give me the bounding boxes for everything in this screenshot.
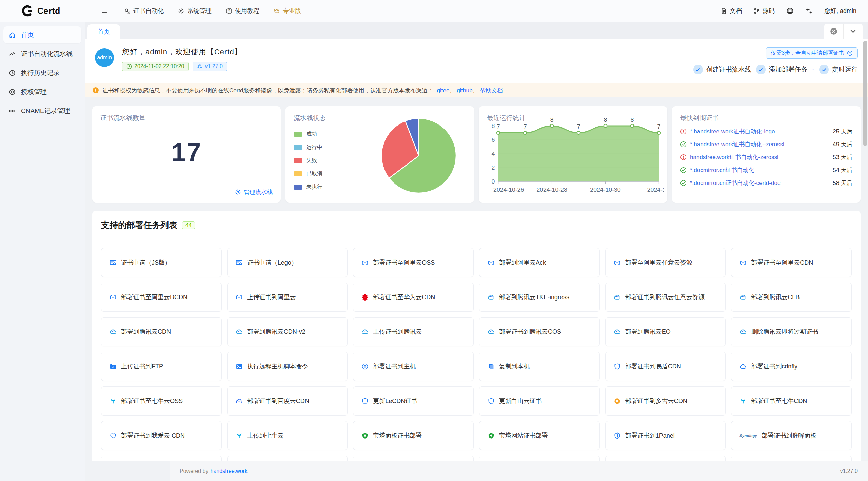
- alert-link-github[interactable]: github: [457, 87, 472, 94]
- task-card-partial[interactable]: [605, 456, 726, 461]
- legend-item-未执行[interactable]: 未执行: [294, 184, 322, 191]
- tencent-icon: [739, 294, 747, 301]
- task-card-30[interactable]: 部署证书至七牛CDN: [731, 386, 852, 416]
- sidebar-item-3[interactable]: 执行历史记录: [3, 64, 81, 81]
- legend-item-失败[interactable]: 失败: [294, 157, 322, 164]
- task-card-20[interactable]: 执行远程主机脚本命令: [227, 352, 348, 381]
- task-card-5[interactable]: 部署至阿里云任意云资源: [605, 248, 726, 277]
- task-card-28[interactable]: 更新白山云证书: [479, 386, 600, 416]
- task-card-25[interactable]: 部署证书至七牛云OSS: [101, 386, 222, 416]
- app-logo[interactable]: Certd: [0, 5, 85, 17]
- qiniu-icon: [110, 398, 117, 405]
- legend-swatch: [294, 132, 302, 137]
- step-2[interactable]: 添加部署任务: [756, 65, 808, 74]
- tab-home[interactable]: 首页: [87, 24, 120, 39]
- task-card-32[interactable]: 上传到七牛云: [227, 421, 348, 450]
- task-card-35[interactable]: 部署证书到1Panel: [605, 421, 726, 450]
- recent-runs-area-chart[interactable]: 0246877878872024-10-262024-10-282024-10-…: [484, 116, 664, 197]
- top-navbar: Certd 证书自动化系统管理?使用教程专业版 文档源码 您好, admin: [0, 0, 868, 22]
- rocket-icon: [197, 64, 202, 69]
- task-card-2[interactable]: 证书申请（Lego）: [227, 248, 348, 277]
- step-1[interactable]: 创建证书流水线: [693, 65, 751, 74]
- alert-link-gitee[interactable]: gitee: [437, 87, 450, 94]
- task-card-13[interactable]: 部署到腾讯云CDN: [101, 317, 222, 346]
- globe-icon[interactable]: [786, 7, 794, 15]
- task-card-4[interactable]: 部署到阿里云Ack: [479, 248, 600, 277]
- task-card-23[interactable]: 部署证书到易盾CDN: [605, 352, 726, 381]
- task-card-3[interactable]: 部署证书至阿里云OSS: [353, 248, 474, 277]
- task-card-12[interactable]: 部署到腾讯云CLB: [731, 283, 852, 312]
- header-link-源码[interactable]: 源码: [753, 7, 775, 15]
- task-card-21[interactable]: 部署证书到主机: [353, 352, 474, 381]
- sidebar-collapse-icon[interactable]: [99, 5, 110, 16]
- close-tab-icon[interactable]: [824, 24, 843, 39]
- sidebar-item-1[interactable]: 首页: [3, 26, 81, 43]
- cert-link[interactable]: *.docmirror.cn证书自动化: [690, 166, 827, 174]
- cert-link[interactable]: *.handsfree.work证书自动化--zerossl: [690, 140, 827, 148]
- cert-link[interactable]: *.handsfree.work证书自动化-lego: [690, 128, 827, 135]
- task-card-10[interactable]: 部署到腾讯云TKE-ingress: [479, 283, 600, 312]
- status-pie-chart[interactable]: [373, 114, 465, 197]
- task-card-partial[interactable]: [731, 456, 852, 461]
- task-label: 上传证书到阿里云: [247, 293, 296, 301]
- tasks-grid: 证书申请（JS版）证书申请（Lego）部署证书至阿里云OSS部署到阿里云Ack部…: [101, 248, 852, 461]
- task-card-1[interactable]: 证书申请（JS版）: [101, 248, 222, 277]
- task-label: 删除腾讯云即将过期证书: [751, 328, 818, 336]
- step-3[interactable]: 定时运行: [819, 65, 858, 74]
- certificate-icon: [110, 259, 117, 266]
- task-card-9[interactable]: 部署证书至华为云CDN: [353, 283, 474, 312]
- task-card-11[interactable]: 部署证书到腾讯云任意云资源: [605, 283, 726, 312]
- sidebar-item-4[interactable]: 授权管理: [3, 83, 81, 100]
- task-label: 部署证书到主机: [373, 362, 416, 370]
- version-badge[interactable]: v1.27.0: [193, 62, 227, 71]
- chevron-down-icon[interactable]: [843, 24, 863, 39]
- error-circle-icon: [680, 128, 687, 135]
- legend-item-已取消[interactable]: 已取消: [294, 170, 322, 177]
- manage-pipelines-link[interactable]: 管理流水线: [100, 181, 273, 203]
- task-card-partial[interactable]: [479, 456, 600, 461]
- task-card-partial[interactable]: [353, 456, 474, 461]
- sparkles-icon[interactable]: [805, 7, 813, 15]
- task-card-22[interactable]: 复制到本机: [479, 352, 600, 381]
- quick-steps-badge[interactable]: 仅需3步，全自动申请部署证书 ?: [766, 47, 858, 59]
- check-circle-icon: [819, 65, 829, 74]
- svg-text:0: 0: [491, 178, 495, 185]
- sidebar-item-2[interactable]: 证书自动化流水线: [3, 45, 81, 62]
- handsfree-link[interactable]: handsfree.work: [211, 468, 248, 474]
- cert-link[interactable]: *.docmirror.cn证书自动化-certd-doc: [690, 179, 827, 187]
- task-card-27[interactable]: 更新LeCDN证书: [353, 386, 474, 416]
- legend-item-成功[interactable]: 成功: [294, 131, 322, 138]
- task-card-34[interactable]: 宝塔网站证书部署: [479, 421, 600, 450]
- task-card-17[interactable]: 部署到腾讯云EO: [605, 317, 726, 346]
- header-link-文档[interactable]: 文档: [721, 7, 742, 15]
- task-card-31[interactable]: 部署证书到我爱云 CDN: [101, 421, 222, 450]
- avatar[interactable]: admin: [95, 48, 114, 67]
- menu-item-3[interactable]: ?使用教程: [220, 4, 265, 18]
- scrollbar-thumb[interactable]: [863, 41, 867, 146]
- task-card-29[interactable]: 部署证书到多吉云CDN: [605, 386, 726, 416]
- task-card-partial[interactable]: [227, 456, 348, 461]
- task-card-33[interactable]: 宝塔面板证书部署: [353, 421, 474, 450]
- task-card-16[interactable]: 部署证书到腾讯云COS: [479, 317, 600, 346]
- user-greeting[interactable]: 您好, admin: [824, 7, 856, 15]
- task-card-26[interactable]: 部署证书到百度云CDN: [227, 386, 348, 416]
- task-card-partial[interactable]: [101, 456, 222, 461]
- success-circle-icon: [680, 180, 687, 186]
- menu-item-1[interactable]: 证书自动化: [119, 4, 169, 18]
- task-card-36[interactable]: Synology部署证书到群晖面板: [731, 421, 852, 450]
- sidebar-item-5[interactable]: CNAME记录管理: [3, 102, 81, 119]
- cert-link[interactable]: handsfree.work证书自动化-zerossl: [690, 153, 827, 161]
- task-card-7[interactable]: 部署证书至阿里云DCDN: [101, 283, 222, 312]
- doc-icon: [721, 8, 727, 14]
- legend-item-运行中[interactable]: 运行中: [294, 144, 322, 151]
- alert-link-帮助文档[interactable]: 帮助文档: [480, 87, 503, 94]
- task-card-24[interactable]: 部署证书到cdnfly: [731, 352, 852, 381]
- task-card-18[interactable]: 删除腾讯云即将过期证书: [731, 317, 852, 346]
- task-card-6[interactable]: 部署证书至阿里云CDN: [731, 248, 852, 277]
- task-card-19[interactable]: 上传证书到FTP: [101, 352, 222, 381]
- menu-item-2[interactable]: 系统管理: [173, 4, 217, 18]
- task-card-15[interactable]: 上传证书到腾讯云: [353, 317, 474, 346]
- menu-item-4[interactable]: 专业版: [268, 4, 307, 18]
- task-card-8[interactable]: 上传证书到阿里云: [227, 283, 348, 312]
- task-card-14[interactable]: 部署到腾讯云CDN-v2: [227, 317, 348, 346]
